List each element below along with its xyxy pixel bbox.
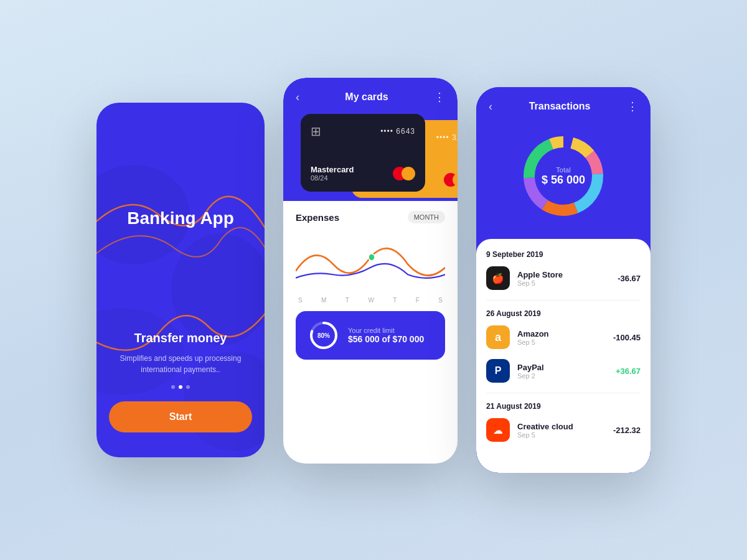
- transfer-title: Transfer money: [134, 331, 227, 345]
- cards-stack: ⊞ •••• 6643 Mastercard 08/24: [296, 114, 445, 201]
- amazon-icon: a: [486, 325, 510, 349]
- creative-cloud-icon: ☁: [486, 418, 510, 442]
- start-button[interactable]: Start: [109, 401, 252, 432]
- tx-divider-2: [486, 393, 641, 393]
- creative-cloud-amount: -212.32: [613, 426, 641, 435]
- tx-item-apple: 🍎 Apple Store Sep 5 -36.67: [486, 266, 641, 290]
- paypal-date: Sep 2: [517, 372, 608, 380]
- back-icon[interactable]: ‹: [296, 91, 299, 104]
- tx-section-date-1: 9 Septeber 2019: [486, 250, 641, 259]
- donut-chart: Total $ 56 000: [517, 129, 610, 223]
- paypal-name: PayPal: [517, 363, 608, 372]
- apple-store-name: Apple Store: [517, 270, 610, 279]
- creative-cloud-name: Creative cloud: [517, 422, 606, 431]
- my-cards-body: Expenses MONTH S M T W T: [283, 201, 458, 370]
- donut-total-label: Total: [542, 166, 585, 174]
- credit-circle-chart: 80%: [308, 320, 339, 351]
- dot-2: [179, 385, 182, 389]
- amazon-info: Amazon Sep 5: [517, 329, 606, 346]
- creative-cloud-info: Creative cloud Sep 5: [517, 422, 606, 439]
- transactions-body: 9 Septeber 2019 🍎 Apple Store Sep 5 -36.…: [476, 239, 651, 473]
- month-badge[interactable]: MONTH: [408, 211, 445, 223]
- tx-divider-1: [486, 300, 641, 301]
- expenses-chart: [296, 230, 445, 292]
- phone-onboarding: Banking App Transfer money Simplifies an…: [96, 103, 265, 457]
- phone-transactions: ‹ Transactions ⋮: [476, 87, 651, 473]
- tx-item-creative-cloud: ☁ Creative cloud Sep 5 -212.32: [486, 418, 641, 442]
- phone-my-cards: ‹ My cards ⋮ ⊞ •••• 6643 Mastercard 08/2…: [283, 78, 458, 464]
- tx-item-amazon: a Amazon Sep 5 -100.45: [486, 325, 641, 349]
- card-black[interactable]: ⊞ •••• 6643 Mastercard 08/24: [301, 114, 425, 192]
- dots-indicator: [171, 385, 190, 389]
- apple-store-date: Sep 5: [517, 279, 610, 287]
- svg-point-4: [369, 254, 375, 261]
- card-black-brand: Mastercard: [311, 165, 354, 174]
- transfer-description: Simplifies and speeds up processing inte…: [109, 353, 252, 375]
- credit-info: Your credit limit $56 000 of $70 000: [348, 327, 424, 344]
- card-yellow-number: •••• 320: [436, 133, 458, 142]
- donut-label: Total $ 56 000: [542, 166, 585, 187]
- credit-limit-value: $56 000 of $70 000: [348, 334, 424, 344]
- apple-store-amount: -36.67: [618, 274, 641, 283]
- credit-limit-bar: 80% Your credit limit $56 000 of $70 000: [296, 311, 445, 360]
- transactions-title: Transactions: [529, 101, 591, 112]
- donut-chart-area: Total $ 56 000: [489, 123, 638, 233]
- apple-store-icon: 🍎: [486, 266, 510, 290]
- menu-icon[interactable]: ⋮: [434, 90, 445, 104]
- paypal-info: PayPal Sep 2: [517, 363, 608, 380]
- menu-icon-tx[interactable]: ⋮: [627, 100, 638, 113]
- amazon-date: Sep 5: [517, 338, 606, 346]
- creative-cloud-date: Sep 5: [517, 431, 606, 439]
- paypal-amount: +36.67: [616, 366, 641, 376]
- expenses-header: Expenses MONTH: [296, 211, 445, 223]
- svg-text:80%: 80%: [317, 332, 330, 339]
- tx-item-paypal: P PayPal Sep 2 +36.67: [486, 359, 641, 383]
- paypal-icon: P: [486, 359, 510, 383]
- my-cards-header: ‹ My cards ⋮: [296, 90, 445, 104]
- expenses-label: Expenses: [296, 212, 339, 223]
- chart-labels: S M T W T F S: [296, 297, 445, 304]
- apple-store-info: Apple Store Sep 5: [517, 270, 610, 287]
- amazon-amount: -100.45: [613, 333, 641, 342]
- onboarding-content: Banking App Transfer money Simplifies an…: [109, 134, 252, 432]
- dot-1: [171, 385, 175, 389]
- app-title: Banking App: [127, 208, 234, 228]
- back-icon-tx[interactable]: ‹: [489, 100, 492, 113]
- my-cards-title: My cards: [345, 91, 388, 103]
- dot-3: [186, 385, 190, 389]
- donut-total-value: $ 56 000: [542, 174, 585, 187]
- tx-section-date-3: 21 August 2019: [486, 402, 641, 411]
- tx-section-date-2: 26 August 2019: [486, 309, 641, 318]
- card-black-date: 08/24: [311, 174, 354, 182]
- transactions-header: ‹ Transactions ⋮: [489, 100, 638, 113]
- credit-limit-label: Your credit limit: [348, 327, 424, 334]
- amazon-name: Amazon: [517, 329, 606, 338]
- card-black-number: •••• 6643: [380, 127, 415, 136]
- phones-container: Banking App Transfer money Simplifies an…: [96, 87, 651, 473]
- mc-orange-circle: [402, 167, 415, 180]
